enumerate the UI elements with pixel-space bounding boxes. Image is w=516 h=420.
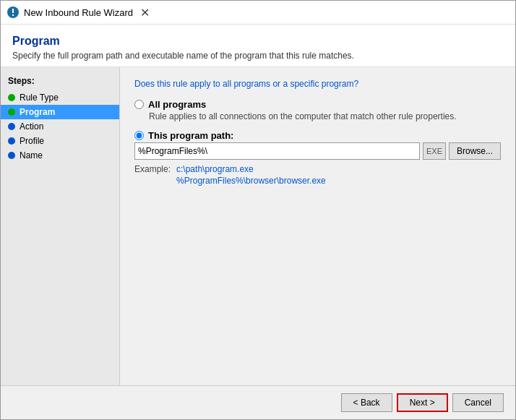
- this-program-row: This program path:: [134, 130, 501, 141]
- sidebar-item-label: Profile: [20, 136, 44, 146]
- sidebar-item-label: Action: [20, 121, 43, 132]
- sidebar-item-name[interactable]: Name: [1, 148, 119, 163]
- sidebar-item-label: Rule Type: [20, 93, 59, 103]
- dot-icon: [8, 123, 15, 130]
- all-programs-option: All programs Rule applies to all connect…: [134, 99, 501, 121]
- dot-icon: [8, 152, 15, 159]
- radio-group: All programs Rule applies to all connect…: [134, 99, 501, 186]
- page-header: Program Specify the full program path an…: [1, 25, 515, 67]
- example-path-1: c:\path\program.exe: [176, 164, 326, 174]
- dot-icon: [8, 137, 15, 145]
- this-program-label[interactable]: This program path:: [148, 130, 233, 141]
- all-programs-radio[interactable]: [134, 100, 144, 109]
- example-paths: c:\path\program.exe %ProgramFiles%\brows…: [176, 164, 326, 186]
- content-area: Program Specify the full program path an…: [1, 25, 515, 419]
- this-program-radio[interactable]: [134, 131, 144, 140]
- footer: < Back Next > Cancel: [1, 385, 515, 419]
- close-button[interactable]: ✕: [137, 5, 152, 20]
- back-button[interactable]: < Back: [341, 393, 392, 412]
- next-button[interactable]: Next >: [397, 393, 448, 412]
- exe-label: EXE: [423, 142, 446, 160]
- wizard-window: New Inbound Rule Wizard ✕ Program Specif…: [0, 0, 516, 420]
- sidebar-item-action[interactable]: Action: [1, 119, 119, 134]
- sidebar: Steps: Rule Type Program Action Profile: [1, 67, 120, 385]
- example-label: Example:: [134, 164, 171, 186]
- steps-label: Steps:: [1, 76, 119, 90]
- wizard-icon: [7, 6, 20, 19]
- sidebar-item-label: Program: [20, 107, 55, 117]
- dot-icon: [8, 108, 15, 116]
- title-bar-text: New Inbound Rule Wizard: [24, 7, 133, 18]
- sidebar-item-label: Name: [20, 150, 43, 160]
- path-input[interactable]: [134, 142, 420, 160]
- all-programs-desc: Rule applies to all connections on the c…: [149, 111, 501, 121]
- example-row: Example: c:\path\program.exe %ProgramFil…: [134, 164, 501, 186]
- all-programs-row: All programs: [134, 99, 501, 110]
- path-input-row: EXE Browse...: [134, 142, 501, 160]
- main-body: Steps: Rule Type Program Action Profile: [1, 67, 515, 385]
- this-program-option: This program path: EXE Browse... Example…: [134, 130, 501, 186]
- svg-rect-1: [12, 9, 14, 13]
- question-text: Does this rule apply to all programs or …: [134, 79, 501, 89]
- page-title: Program: [12, 35, 504, 48]
- title-bar: New Inbound Rule Wizard ✕: [1, 1, 515, 25]
- cancel-button[interactable]: Cancel: [452, 393, 504, 412]
- sidebar-item-profile[interactable]: Profile: [1, 134, 119, 148]
- page-subtitle: Specify the full program path and execut…: [12, 51, 504, 61]
- all-programs-label[interactable]: All programs: [148, 99, 206, 110]
- program-path-section: EXE Browse... Example: c:\path\program.e…: [134, 142, 501, 186]
- svg-rect-2: [12, 14, 14, 16]
- browse-button[interactable]: Browse...: [449, 142, 501, 160]
- example-path-2: %ProgramFiles%\browser\browser.exe: [176, 176, 326, 186]
- sidebar-item-program[interactable]: Program: [1, 105, 119, 119]
- dot-icon: [8, 94, 15, 101]
- right-panel: Does this rule apply to all programs or …: [120, 67, 515, 385]
- sidebar-item-rule-type[interactable]: Rule Type: [1, 90, 119, 105]
